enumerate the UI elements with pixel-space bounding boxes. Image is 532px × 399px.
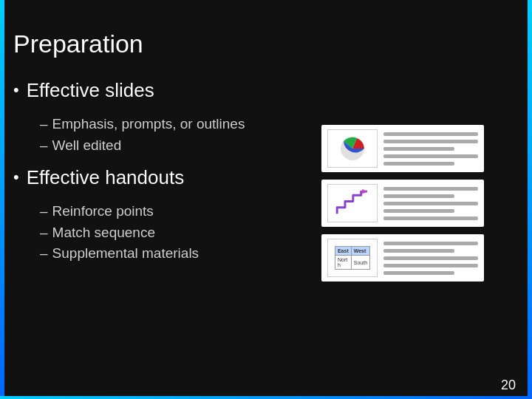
line-bar-short xyxy=(383,147,454,151)
line-bar-short xyxy=(383,194,454,198)
sub-bullets-slides: Emphasis, prompts, or outlines Well edit… xyxy=(34,114,272,156)
border-bottom-accent xyxy=(0,396,532,399)
slide-title: Preparation xyxy=(13,30,272,58)
line-bar xyxy=(383,140,478,143)
table-header-west: West xyxy=(351,247,369,256)
pie-chart-icon xyxy=(338,134,367,163)
line-bar xyxy=(383,242,478,245)
card-lines-1 xyxy=(383,132,478,166)
line-bar-short xyxy=(383,162,454,166)
table-header-east: East xyxy=(335,247,351,256)
card-lines-3 xyxy=(383,242,478,275)
sub-bullet-match: Match sequence xyxy=(34,222,272,244)
card-lines-2 xyxy=(383,187,478,220)
bullet-item-slides: • Effective slides xyxy=(13,79,272,102)
line-bar xyxy=(383,132,478,136)
bullet-text-slides: Effective slides xyxy=(27,79,154,102)
line-bar xyxy=(383,216,478,220)
card-arrow-chart xyxy=(321,180,484,227)
card-image-arrow xyxy=(327,184,378,222)
table-card-content: East West North South xyxy=(328,239,377,277)
page-number: 20 xyxy=(501,378,516,393)
card-image-table: East West North South xyxy=(327,239,378,277)
svg-marker-1 xyxy=(362,189,367,194)
bullet-dot-2: • xyxy=(13,168,19,187)
border-right-accent xyxy=(528,0,532,399)
card-image-pie xyxy=(327,129,378,168)
content-area: Preparation • Effective slides Emphasis,… xyxy=(13,22,519,384)
line-bar xyxy=(383,264,478,267)
mini-table: East West North South xyxy=(335,246,370,270)
card-pie-chart xyxy=(321,125,484,172)
border-left-accent xyxy=(0,0,4,399)
sub-bullet-emphasis: Emphasis, prompts, or outlines xyxy=(34,114,272,135)
slide-container: Preparation • Effective slides Emphasis,… xyxy=(0,0,532,399)
bullet-item-handouts: • Effective handouts xyxy=(13,166,272,189)
left-panel: Preparation • Effective slides Emphasis,… xyxy=(13,22,272,384)
sub-bullet-reinforce: Reinforce points xyxy=(34,201,272,222)
line-bar xyxy=(383,256,478,260)
right-panel: East West North South xyxy=(287,22,519,384)
line-bar xyxy=(383,154,478,158)
bullet-dot-1: • xyxy=(13,81,19,100)
sub-bullet-well-edited: Well edited xyxy=(34,135,272,157)
line-bar-short xyxy=(383,271,454,275)
line-bar xyxy=(383,187,478,191)
table-cell-north: North xyxy=(335,256,351,270)
table-cell-south: South xyxy=(351,256,369,270)
bullet-text-handouts: Effective handouts xyxy=(27,166,184,189)
line-bar-short xyxy=(383,209,454,213)
arrow-chart-icon xyxy=(334,188,371,219)
sub-bullet-supplemental: Supplemental materials xyxy=(34,243,272,265)
line-bar xyxy=(383,202,478,205)
card-table: East West North South xyxy=(321,234,484,282)
sub-bullets-handouts: Reinforce points Match sequence Suppleme… xyxy=(34,201,272,265)
line-bar-short xyxy=(383,249,454,253)
